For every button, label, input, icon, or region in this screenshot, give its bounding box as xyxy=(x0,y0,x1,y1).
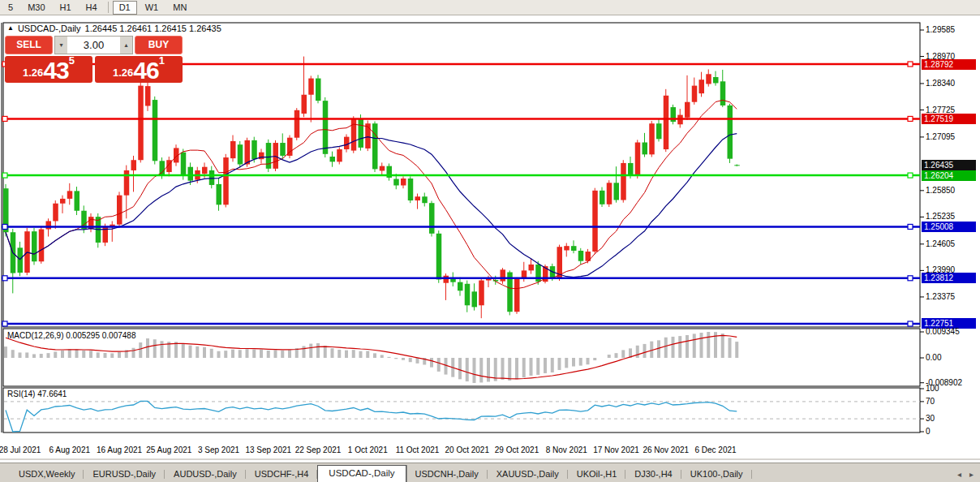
candle xyxy=(621,163,626,200)
tab-uk100-daily[interactable]: UK100-,Daily xyxy=(681,467,752,482)
candle xyxy=(273,143,279,169)
tab-usdcnh-daily[interactable]: USDCNH-,Daily xyxy=(406,467,488,482)
hline-handle[interactable] xyxy=(2,224,7,229)
candle xyxy=(209,170,215,185)
tab-ukoil-h1[interactable]: UKOil-,H1 xyxy=(568,467,626,482)
candle xyxy=(280,143,286,156)
candle xyxy=(251,140,257,159)
candle xyxy=(614,183,620,200)
rsi-indicator-label: RSI(14) 47.6641 xyxy=(7,389,67,398)
date-axis-label: 17 Nov 2021 xyxy=(593,445,639,454)
tab-usdcad-daily[interactable]: USDCAD-,Daily xyxy=(317,465,406,482)
tab-audusd-daily[interactable]: AUDUSD-,Daily xyxy=(165,467,246,482)
hline-handle[interactable] xyxy=(2,173,7,178)
volume-input[interactable]: 3.00 xyxy=(67,37,120,54)
candle xyxy=(245,140,251,165)
date-axis-label: 29 Oct 2021 xyxy=(495,445,539,454)
chart-ohlc-values: 1.26445 1.26461 1.26415 1.26435 xyxy=(85,24,221,33)
tab-scroll-right-icon[interactable]: ▸ xyxy=(969,470,974,479)
candle xyxy=(656,123,662,139)
candle xyxy=(728,105,733,159)
mt4-chart-window: 5M30H1H4D1W1MN ▲ USDCAD-,Daily 1.26445 1… xyxy=(0,0,980,482)
volume-spinner: ▾ 3.00 ▴ xyxy=(54,36,133,54)
candle xyxy=(344,137,350,149)
hline-handle[interactable] xyxy=(908,224,913,229)
tab-scroll-arrows: ◂▸ xyxy=(957,470,974,482)
level-price-badge: 1.25008 xyxy=(922,222,976,232)
price-axis-tick: 1.27095 xyxy=(926,132,955,141)
ask-prefix: 1.26 xyxy=(113,65,133,81)
volume-decrease-icon[interactable]: ▾ xyxy=(55,37,67,54)
level-price-badge: 1.23812 xyxy=(922,273,976,283)
tab-scroll-left-icon[interactable]: ◂ xyxy=(957,470,961,479)
date-axis-label: 22 Sep 2021 xyxy=(295,445,342,454)
tab-usdx-weekly[interactable]: USDX,Weekly xyxy=(10,467,84,482)
candle xyxy=(103,226,109,243)
rsi-pane xyxy=(3,388,920,433)
candle xyxy=(685,102,690,118)
hline-handle[interactable] xyxy=(908,116,913,121)
hline-handle[interactable] xyxy=(2,321,7,326)
macd-axis-tick: 0.009345 xyxy=(926,327,960,336)
date-axis-label: 28 Jul 2021 xyxy=(0,445,41,454)
rsi-axis-tick: 100 xyxy=(926,384,939,393)
price-axis-tick: 1.24605 xyxy=(926,239,955,248)
candle xyxy=(39,230,45,262)
candle xyxy=(501,269,506,281)
candle xyxy=(323,101,329,154)
candle xyxy=(18,247,24,273)
candle xyxy=(436,234,442,280)
price-axis-tick: 1.25235 xyxy=(926,212,955,221)
macd-indicator-label: MACD(12,26,9) 0.005295 0.007488 xyxy=(7,331,135,340)
tab-eurusd-daily[interactable]: EURUSD-,Daily xyxy=(84,467,165,482)
date-axis-label: 3 Sep 2021 xyxy=(198,445,239,454)
date-axis-label: 1 Oct 2021 xyxy=(348,445,388,454)
date-axis-label: 6 Aug 2021 xyxy=(49,445,90,454)
candle xyxy=(230,141,236,158)
hline-handle[interactable] xyxy=(2,276,7,281)
candle xyxy=(266,143,272,169)
candle xyxy=(330,157,336,161)
candle xyxy=(408,179,414,200)
hline-handle[interactable] xyxy=(908,321,913,326)
candle xyxy=(465,284,471,305)
tab-dj30-h4[interactable]: DJ30-,H4 xyxy=(625,467,681,482)
candle xyxy=(302,95,307,114)
hline-handle[interactable] xyxy=(908,276,913,281)
tab-xauusd-daily[interactable]: XAUUSD-,Daily xyxy=(488,467,568,482)
date-axis-label: 11 Oct 2021 xyxy=(396,445,440,454)
hline-handle[interactable] xyxy=(2,116,7,121)
candle xyxy=(393,179,399,186)
candle xyxy=(514,279,520,312)
chart-tab-bar: USDX,WeeklyEURUSD-,DailyAUDUSD-,DailyUSD… xyxy=(0,463,980,482)
candle xyxy=(692,86,698,102)
hline-handle[interactable] xyxy=(908,62,913,67)
candle xyxy=(734,165,740,166)
date-axis-label: 26 Nov 2021 xyxy=(643,445,689,454)
candle xyxy=(60,199,66,204)
candle xyxy=(628,163,634,176)
candle xyxy=(720,81,726,105)
price-axis-tick: 1.28340 xyxy=(926,79,955,88)
candle xyxy=(188,167,194,181)
buy-button[interactable]: BUY xyxy=(135,36,183,54)
ask-big-digits: 46 xyxy=(133,60,158,81)
candle xyxy=(46,221,52,229)
candle xyxy=(67,191,73,199)
candle xyxy=(600,191,605,204)
hline-handle[interactable] xyxy=(908,173,913,178)
candle xyxy=(571,246,577,251)
rsi-axis-tick: 30 xyxy=(926,414,935,423)
candle xyxy=(75,191,80,210)
bid-price-box[interactable]: 1.26435 xyxy=(5,56,92,83)
volume-increase-icon[interactable]: ▴ xyxy=(120,37,132,54)
ask-price-box[interactable]: 1.26461 xyxy=(95,56,183,83)
collapse-panel-icon[interactable]: ▲ xyxy=(7,25,14,32)
candle xyxy=(607,183,612,204)
candle xyxy=(337,149,342,161)
date-axis-label: 6 Dec 2021 xyxy=(694,445,736,454)
sell-button[interactable]: SELL xyxy=(5,36,53,54)
candle xyxy=(699,80,705,93)
candle xyxy=(53,204,58,222)
tab-usdchf-h4[interactable]: USDCHF-,H4 xyxy=(246,467,318,482)
